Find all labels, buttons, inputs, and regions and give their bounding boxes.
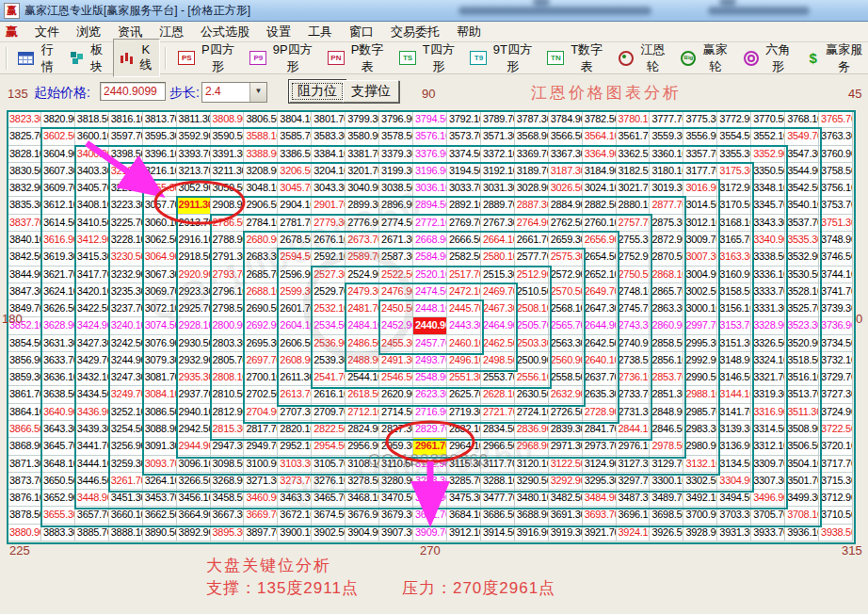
grid-cell[interactable]: 3693.70 [583,507,617,524]
grid-cell[interactable]: 3213.70 [177,163,211,180]
grid-cell[interactable]: 3007.30 [683,249,717,266]
grid-cell[interactable]: 3672.10 [278,507,312,524]
grid-cell[interactable]: 2505.70 [515,317,549,334]
grid-cell[interactable]: 3204.10 [312,163,346,180]
grid-cell[interactable]: 2527.30 [312,267,346,283]
grid-cell[interactable]: 3775.30 [683,111,717,128]
grid-cell[interactable]: 3564.10 [583,128,617,145]
grid-cell[interactable]: 2479.30 [346,283,379,300]
grid-cell[interactable]: 3199.30 [379,163,413,180]
grid-cell[interactable]: 2841.70 [583,421,617,438]
grid-cell[interactable]: 3160.90 [717,267,751,283]
grid-cell[interactable]: 3091.30 [143,438,177,455]
grid-cell[interactable]: 3664.90 [177,507,211,524]
grid-cell[interactable]: 3285.70 [447,473,481,490]
grid-cell[interactable]: 2596.90 [278,267,312,283]
grid-cell[interactable]: 2968.90 [515,438,549,455]
grid-cell[interactable]: 2690.50 [244,300,278,317]
grid-cell[interactable]: 2488.90 [346,352,379,369]
grid-cell[interactable]: 3256.90 [109,438,143,455]
grid-cell[interactable]: 2836.90 [515,421,549,438]
grid-cell[interactable]: 3386.50 [278,146,312,163]
grid-cell[interactable]: 2469.70 [481,283,515,300]
grid-cell[interactable]: 3909.70 [413,525,447,541]
grid-cell[interactable]: 3636.10 [41,369,75,386]
grid-cell[interactable]: 2868.10 [650,267,683,283]
grid-cell[interactable]: 2796.10 [211,283,245,300]
grid-cell[interactable]: 3033.70 [447,180,481,197]
grid-cell[interactable]: 2594.50 [278,249,312,266]
grid-cell[interactable]: 2920.90 [177,267,211,283]
grid-cell[interactable]: 2587.30 [379,249,413,266]
grid-cell[interactable]: 3835.30 [8,197,41,214]
toolbar-button-T数字表[interactable]: TNT数字表 [540,38,611,79]
grid-cell[interactable]: 3655.30 [41,507,75,524]
grid-cell[interactable]: 2721.70 [481,404,515,421]
grid-cell[interactable]: 2863.30 [650,300,683,317]
grid-cell[interactable]: 3856.90 [8,352,41,369]
grid-cell[interactable]: 3624.10 [41,283,75,300]
grid-cell[interactable]: 3832.90 [8,180,41,197]
grid-cell[interactable]: 3141.70 [717,404,751,421]
grid-cell[interactable]: 2464.90 [481,317,515,334]
grid-cell[interactable]: 3859.30 [8,369,41,386]
grid-cell[interactable]: 3364.90 [583,146,617,163]
grid-cell[interactable]: 3393.70 [177,146,211,163]
grid-cell[interactable]: 3295.30 [583,473,617,490]
grid-cell[interactable]: 2736.10 [617,369,651,386]
grid-cell[interactable]: 3381.70 [346,146,379,163]
grid-cell[interactable]: 3698.50 [650,507,683,524]
grid-cell[interactable]: 3120.10 [515,456,549,473]
grid-cell[interactable]: 3458.50 [211,490,245,507]
grid-cell[interactable]: 2678.50 [278,232,312,249]
grid-cell[interactable]: 2784.10 [244,215,278,232]
grid-cell[interactable]: 2916.10 [177,232,211,249]
grid-cell[interactable]: 3782.50 [583,111,617,128]
grid-cell[interactable]: 2805.70 [211,352,245,369]
grid-cell[interactable]: 3350.50 [751,163,785,180]
grid-cell[interactable]: 2484.10 [346,317,379,334]
grid-cell[interactable]: 2601.70 [278,300,312,317]
grid-cell[interactable]: 3660.10 [109,507,143,524]
grid-cell[interactable]: 2702.50 [244,386,278,403]
grid-cell[interactable]: 3619.30 [41,249,75,266]
grid-cell[interactable]: 2913.70 [177,215,211,232]
grid-cell[interactable]: 2556.10 [515,369,549,386]
grid-cell[interactable]: 2563.30 [549,335,583,352]
grid-cell[interactable]: 2889.70 [481,197,515,214]
grid-cell[interactable]: 3626.50 [41,300,75,317]
grid-cell[interactable]: 3093.70 [143,456,177,473]
toolbar-button-行情[interactable]: 行情 [11,38,64,79]
grid-cell[interactable]: 3912.10 [447,525,481,541]
grid-cell[interactable]: 3801.70 [312,111,346,128]
grid-cell[interactable]: 3760.90 [819,146,853,163]
grid-cell[interactable]: 3124.90 [583,456,617,473]
grid-cell[interactable]: 2635.30 [583,386,617,403]
grid-cell[interactable]: 3362.50 [617,146,651,163]
toolbar-button-9P四方形[interactable]: P99P四方形 [243,38,321,79]
grid-cell[interactable]: 3880.90 [8,525,41,541]
grid-cell[interactable]: 2961.70 [413,438,447,455]
grid-cell[interactable]: 3316.90 [751,404,785,421]
grid-cell[interactable]: 3273.70 [278,473,312,490]
grid-cell[interactable]: 3676.90 [346,507,379,524]
grid-cell[interactable]: 2541.70 [312,369,346,386]
grid-cell[interactable]: 3900.10 [278,525,312,541]
grid-cell[interactable]: 3300.10 [650,473,683,490]
grid-cell[interactable]: 3266.50 [177,473,211,490]
grid-cell[interactable]: 2539.30 [312,352,346,369]
grid-cell[interactable]: 3396.10 [143,146,177,163]
grid-cell[interactable]: 3928.90 [683,525,717,541]
grid-cell[interactable]: 2976.10 [617,438,651,455]
grid-cell[interactable]: 2985.70 [683,404,717,421]
grid-cell[interactable]: 3194.50 [447,163,481,180]
grid-cell[interactable]: 2769.70 [447,215,481,232]
grid-cell[interactable]: 3045.70 [278,180,312,197]
grid-cell[interactable]: 3844.90 [8,267,41,283]
grid-cell[interactable]: 2680.90 [244,232,278,249]
grid-cell[interactable]: 2575.30 [549,249,583,266]
grid-cell[interactable]: 2512.90 [515,267,549,283]
grid-cell[interactable]: 3607.30 [41,163,75,180]
grid-cell[interactable]: 2625.70 [447,386,481,403]
grid-cell[interactable]: 3297.70 [617,473,651,490]
